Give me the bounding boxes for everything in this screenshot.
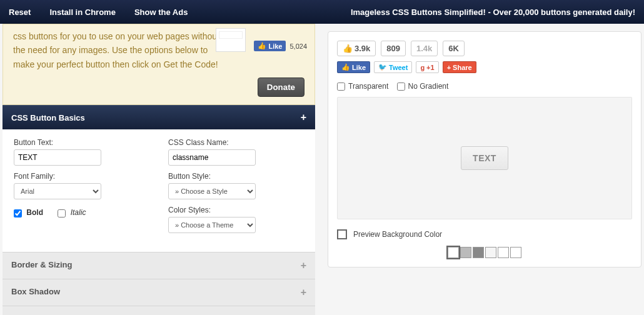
count-share: 6K: [443, 41, 465, 56]
swatch[interactable]: [473, 247, 484, 258]
plus-icon: +: [301, 287, 306, 298]
swatch-row: [337, 247, 632, 258]
panel-basics-header[interactable]: CSS Button Basics +: [3, 105, 315, 129]
panel-box-shadow[interactable]: Box Shadow +: [3, 279, 315, 306]
tagline-text: Imageless CSS Buttons Simplified! - Over…: [351, 8, 635, 17]
intro-text: css buttons for you to use on your web p…: [13, 29, 226, 71]
class-name-input[interactable]: [168, 149, 256, 166]
preview-panel: 👍3.9k 809 1.4k 6K 👍Like 🐦Tweet g+1 +Shar…: [328, 31, 641, 268]
panel-basics-title: CSS Button Basics: [11, 113, 85, 122]
fb-like-button[interactable]: 👍 Like: [254, 41, 286, 51]
share-button[interactable]: +Share: [443, 61, 476, 73]
install-chrome-button[interactable]: Install in Chrome: [49, 8, 115, 17]
font-family-select[interactable]: Arial: [14, 183, 101, 199]
no-gradient-option[interactable]: No Gradient: [397, 82, 449, 91]
plus-icon: +: [301, 260, 306, 271]
color-theme-select[interactable]: » Choose a Theme: [168, 217, 256, 233]
panel-basics-body: Button Text: Font Family: Arial Bold Ita…: [3, 129, 315, 252]
button-style-label: Button Style:: [168, 172, 304, 181]
count-gplus: 1.4k: [411, 41, 438, 56]
button-text-input[interactable]: [14, 149, 101, 166]
swatch[interactable]: [498, 247, 509, 258]
bold-checkbox-label[interactable]: Bold: [14, 208, 45, 217]
font-family-label: Font Family:: [14, 172, 149, 181]
plus-icon: +: [301, 112, 306, 123]
twitter-icon: 🐦: [378, 63, 387, 71]
transparent-option[interactable]: Transparent: [337, 82, 388, 91]
button-style-select[interactable]: » Choose a Style: [168, 183, 256, 199]
no-gradient-checkbox[interactable]: [397, 82, 405, 91]
bg-color-label: Preview Background Color: [353, 230, 442, 239]
color-styles-label: Color Styles:: [168, 206, 304, 214]
bg-color-picker[interactable]: [337, 229, 347, 239]
bold-checkbox[interactable]: [14, 209, 22, 218]
gplus-icon: g: [420, 64, 425, 71]
swatch[interactable]: [485, 247, 496, 258]
preview-button[interactable]: TEXT: [461, 146, 508, 170]
top-toolbar: Reset Install in Chrome Show the Ads Ima…: [0, 0, 644, 24]
transparent-checkbox[interactable]: [337, 82, 345, 91]
gplus-button[interactable]: g+1: [416, 61, 438, 73]
italic-checkbox[interactable]: [58, 209, 66, 218]
plus-icon: +: [447, 64, 451, 71]
swatch[interactable]: [460, 247, 471, 258]
reset-button[interactable]: Reset: [9, 8, 31, 17]
panel-border-sizing[interactable]: Border & Sizing +: [3, 252, 315, 279]
count-tweets: 809: [381, 41, 406, 56]
fb-like-button[interactable]: 👍Like: [337, 61, 370, 73]
intro-box: css buttons for you to use on your web p…: [3, 24, 315, 105]
count-like: 👍3.9k: [337, 41, 376, 56]
thumbnail-image: [216, 28, 246, 52]
donate-button[interactable]: Donate: [258, 78, 304, 97]
fb-like-count: 5,024: [289, 42, 307, 50]
swatch[interactable]: [510, 247, 521, 258]
thumbs-up-icon: 👍: [343, 44, 353, 53]
preview-area: TEXT: [337, 97, 632, 219]
class-name-label: CSS Class Name:: [168, 138, 304, 147]
thumbs-up-icon: 👍: [258, 42, 266, 50]
tweet-button[interactable]: 🐦Tweet: [374, 61, 412, 73]
thumbs-up-icon: 👍: [341, 63, 350, 71]
italic-checkbox-label[interactable]: Italic: [58, 208, 86, 217]
button-text-label: Button Text:: [14, 138, 149, 147]
panel-text-shadow[interactable]: Text Shadow +: [3, 306, 315, 315]
show-ads-button[interactable]: Show the Ads: [134, 8, 188, 17]
swatch[interactable]: [448, 247, 459, 258]
